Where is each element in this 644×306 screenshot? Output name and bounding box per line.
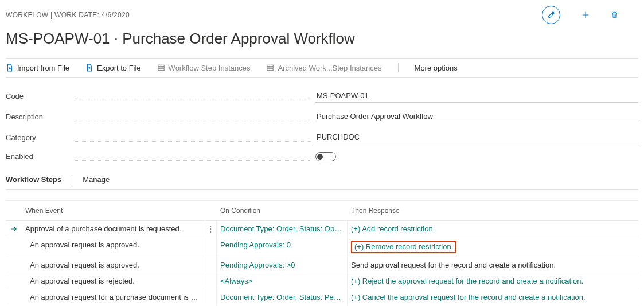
row-more-icon[interactable] [205, 273, 217, 289]
cell-on-condition[interactable]: Pending Approvals: 0 [217, 237, 348, 257]
highlighted-response[interactable]: (+) Remove record restriction. [351, 241, 456, 253]
category-field[interactable]: PURCHDOC [315, 130, 638, 144]
description-field[interactable]: Purchase Order Approval Workflow [315, 110, 638, 123]
wf-instances-label: Workflow Step Instances [169, 64, 251, 72]
row-indicator-icon [6, 221, 22, 237]
archived-label: Archived Work...Step Instances [278, 64, 381, 72]
more-options-label: More options [415, 64, 458, 72]
cell-on-condition[interactable]: Pending Approvals: >0 [217, 257, 348, 273]
row-indicator-icon [6, 289, 22, 305]
svg-rect-4 [267, 67, 274, 68]
description-label: Description [6, 113, 75, 121]
breadcrumb: WORKFLOW | WORK DATE: 4/6/2020 [6, 11, 130, 19]
import-icon [6, 64, 14, 72]
col-header-on-condition[interactable]: On Condition [217, 201, 348, 220]
enabled-toggle[interactable] [315, 152, 336, 161]
enabled-label: Enabled [6, 152, 75, 161]
row-more-icon[interactable] [205, 289, 217, 305]
fields-section: Code MS-POAPW-01 Description Purchase Or… [6, 78, 638, 168]
code-label: Code [6, 92, 75, 100]
tab-manage[interactable]: Manage [83, 174, 110, 185]
cell-then-response[interactable]: Send approval request for the record and… [348, 257, 638, 273]
dots [75, 115, 310, 121]
section-tabs: Workflow Steps Manage [6, 168, 638, 190]
export-label: Export to File [97, 64, 141, 72]
cell-on-condition[interactable]: <Always> [217, 273, 348, 289]
row-more-icon[interactable]: ⋮ [205, 221, 217, 237]
import-from-file[interactable]: Import from File [6, 64, 69, 72]
pencil-icon [542, 6, 560, 24]
dots [75, 95, 310, 100]
table-row[interactable]: An approval request is rejected.<Always>… [6, 273, 638, 289]
new-button[interactable] [579, 8, 592, 22]
page-title: MS-POAPW-01 · Purchase Order Approval Wo… [6, 26, 638, 58]
row-more-icon[interactable] [205, 257, 217, 273]
cell-when-event[interactable]: Approval of a purchase document is reque… [22, 221, 205, 237]
cell-then-response[interactable]: (+) Remove record restriction. [348, 237, 638, 257]
table-row[interactable]: An approval request is approved.Pending … [6, 257, 638, 273]
cell-on-condition[interactable]: Document Type: Order, Status: Pendin... [217, 289, 348, 305]
workflow-steps-grid: When Event On Condition Then Response Ap… [6, 200, 638, 306]
row-more-icon[interactable] [205, 237, 217, 257]
list-icon [157, 64, 165, 72]
cell-when-event[interactable]: An approval request is rejected. [22, 273, 205, 289]
cell-on-condition[interactable]: Document Type: Order, Status: Open, ... [217, 221, 348, 237]
cell-when-event[interactable]: An approval request for a purchase docum… [22, 289, 205, 305]
workflow-step-instances[interactable]: Workflow Step Instances [157, 64, 251, 72]
cell-then-response[interactable]: (+) Reject the approval request for the … [348, 273, 638, 289]
table-row[interactable]: Approval of a purchase document is reque… [6, 221, 638, 237]
more-options[interactable]: More options [415, 64, 458, 72]
category-label: Category [6, 133, 75, 142]
export-to-file[interactable]: Export to File [85, 64, 141, 72]
action-bar: Import from File Export to File Workflow… [6, 58, 638, 78]
svg-rect-2 [158, 69, 164, 70]
export-icon [85, 64, 93, 72]
delete-button[interactable] [608, 8, 621, 22]
svg-rect-5 [267, 69, 274, 70]
cell-when-event[interactable]: An approval request is approved. [22, 257, 205, 273]
plus-icon [581, 10, 590, 20]
row-indicator-icon [6, 257, 22, 273]
cell-when-event[interactable]: An approval request is approved. [22, 237, 205, 257]
row-indicator-icon [6, 273, 22, 289]
row-indicator-icon [6, 237, 22, 257]
tab-workflow-steps[interactable]: Workflow Steps [6, 174, 61, 185]
divider [398, 63, 399, 72]
edit-button[interactable] [540, 3, 563, 26]
svg-rect-1 [158, 67, 164, 68]
top-actions [540, 3, 638, 26]
col-header-then-response[interactable]: Then Response [348, 201, 638, 220]
svg-rect-0 [158, 65, 164, 66]
code-field[interactable]: MS-POAPW-01 [315, 89, 638, 103]
import-label: Import from File [17, 64, 69, 72]
dots [75, 136, 310, 142]
table-row[interactable]: An approval request is approved.Pending … [6, 237, 638, 257]
cell-then-response[interactable]: (+) Cancel the approval request for the … [348, 289, 638, 305]
divider [72, 175, 72, 184]
archived-workflow-instances[interactable]: Archived Work...Step Instances [266, 64, 381, 72]
col-header-when-event[interactable]: When Event [22, 201, 205, 220]
list-icon [266, 64, 274, 72]
svg-rect-3 [267, 65, 274, 66]
dots [75, 155, 310, 161]
cell-then-response[interactable]: (+) Add record restriction. [348, 221, 638, 237]
trash-icon [611, 10, 619, 20]
table-row[interactable]: An approval request for a purchase docum… [6, 289, 638, 305]
